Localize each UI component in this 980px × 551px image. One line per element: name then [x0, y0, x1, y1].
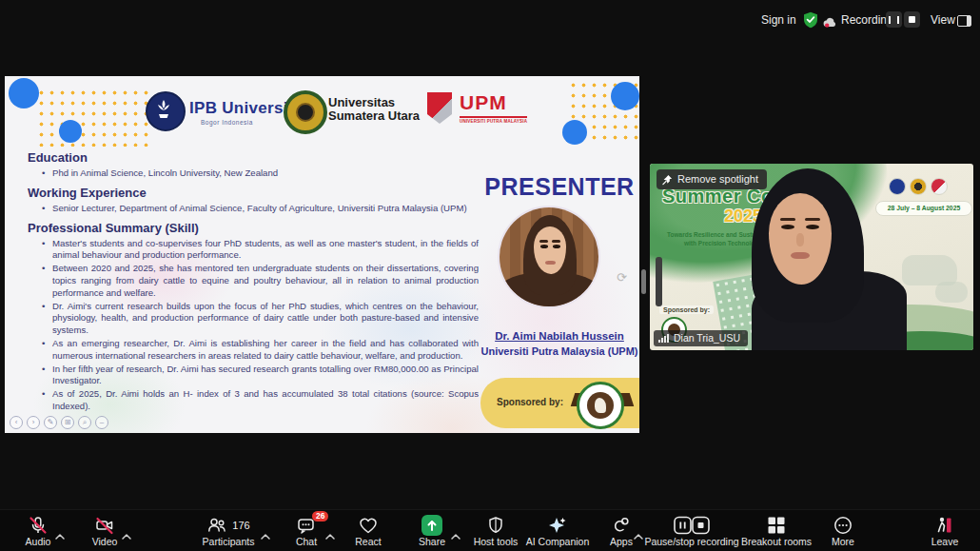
remove-spotlight-button[interactable]: Remove spotlight [657, 169, 767, 189]
usu-logo-name: UniversitasSumatera Utara [328, 96, 420, 123]
cow-watermark [935, 282, 968, 303]
shield-icon [486, 515, 505, 536]
encryption-shield-icon[interactable] [803, 11, 818, 32]
education-list: Phd in Animal Science, Lincoln Universit… [28, 167, 479, 180]
stop-icon [909, 16, 915, 23]
leave-label: Leave [931, 536, 959, 547]
presenter-affiliation: Universiti Putra Malaysia (UPM) [469, 345, 639, 357]
participants-count: 176 [232, 520, 249, 531]
heart-icon [358, 515, 379, 536]
working-experience-list: Senior Lecturer, Department of Animal Sc… [28, 203, 479, 215]
section-heading-working-experience: Working Experience [28, 186, 479, 200]
participants-label: Participants [203, 536, 255, 547]
cloud-recording-icon [823, 14, 837, 31]
mic-muted-icon [28, 515, 49, 536]
busy-cursor-icon: ⟳ [617, 270, 627, 285]
usu-line2: Sumatera Utara [328, 108, 420, 123]
stop-recording-button[interactable] [904, 11, 920, 28]
slide-zoom-button[interactable]: ⌕ [78, 416, 91, 429]
usu-line1: Universitas [328, 95, 395, 109]
upm-small-logo-icon [931, 178, 948, 195]
blue-circle-decoration [562, 120, 587, 145]
presenter-title: PRESENTER [479, 173, 639, 201]
bullet: As an emerging researcher, Dr. Aimi is e… [52, 338, 479, 363]
share-label: Share [419, 536, 445, 547]
upm-logo-name: UPM [460, 91, 507, 114]
leave-button[interactable]: Leave [897, 510, 980, 551]
apps-label: Apps [610, 536, 633, 547]
pause-icon [889, 16, 899, 24]
view-button[interactable]: View [931, 13, 955, 27]
participant-name: Dian Tria_USU [674, 332, 740, 344]
blue-circle-decoration [9, 78, 39, 108]
ipb-logo-icon [146, 91, 186, 131]
upm-logo-icon [427, 92, 452, 124]
sponsor-goat-logo-icon [577, 382, 624, 429]
ipb-logo-subtitle: Bogor Indonesia [201, 119, 253, 126]
bullet: As of 2025, Dr. Aimi holds an H- index o… [52, 388, 479, 413]
bullet: In her fifth year of research, Dr. Aimi … [52, 364, 479, 388]
blue-circle-decoration [611, 82, 639, 110]
slide-more-button[interactable]: – [95, 416, 108, 429]
leave-icon [934, 515, 955, 536]
chat-label: Chat [296, 536, 317, 547]
bullet: Between 2020 and 2025, she has mentored … [52, 263, 479, 299]
sponsored-by-box: Sponsored by: [480, 378, 639, 428]
presenter-photo [500, 207, 598, 306]
usu-logo-icon [284, 90, 327, 134]
participant-video-tile: Summer Cour 2025 Towards Resilience and … [650, 164, 973, 350]
audio-label: Audio [26, 536, 51, 547]
presenter-name: Dr. Aimi Nabilah Hussein [469, 330, 639, 342]
pause-stop-recording-icon [674, 515, 710, 536]
professional-summary-list: Master's students and co-supervises four… [28, 238, 479, 413]
sponsored-by-label: Sponsored by: [497, 397, 563, 407]
slide-next-button[interactable]: › [27, 416, 40, 429]
participants-icon [206, 516, 227, 535]
section-heading-professional-summary: Professional Summary (Skill) [28, 221, 479, 235]
view-layout-icon[interactable] [957, 15, 971, 27]
sign-in-button[interactable]: Sign in [761, 13, 796, 27]
participant-name-tag: Dian Tria_USU [654, 330, 748, 346]
bullet: Senior Lecturer, Department of Animal Sc… [52, 203, 479, 215]
shared-screen-slide: IPB University Bogor Indonesia Universit… [5, 76, 639, 433]
video-panel-scrollbar[interactable] [656, 257, 662, 306]
share-screen-icon [421, 515, 442, 536]
dot-grid-decoration [36, 88, 153, 147]
ai-sparkle-icon [547, 515, 568, 536]
meeting-toolbar: Audio Video 176 Participants Chat 26 [0, 509, 980, 551]
zoom-meeting-window: Sign in Recording... View IPB University… [0, 0, 980, 551]
video-bg-sponsored-label: Sponsored by: [659, 305, 714, 314]
participant-person [702, 168, 907, 350]
bullet: Dr. Aimi's current research builds upon … [52, 301, 479, 337]
video-label: Video [92, 536, 118, 547]
blue-circle-decoration [59, 120, 82, 143]
slide-prev-button[interactable]: ‹ [10, 416, 23, 429]
more-button[interactable]: More [795, 510, 891, 551]
panel-resize-handle[interactable] [641, 269, 646, 294]
upm-logo-subtitle: UNIVERSITI PUTRA MALAYSIA [460, 116, 527, 124]
slide-draw-button[interactable]: ✎ [44, 416, 57, 429]
video-options-chevron[interactable] [122, 526, 131, 543]
slide-text-column: Education Phd in Animal Science, Lincoln… [28, 150, 479, 414]
react-label: React [355, 536, 381, 547]
presentation-controls: ‹ › ✎ ⊞ ⌕ – [10, 416, 108, 429]
camera-muted-icon [94, 515, 115, 536]
slide-grid-button[interactable]: ⊞ [61, 416, 74, 429]
pause-stop-recording-label: Pause/stop recording [644, 536, 738, 547]
more-label: More [832, 536, 854, 547]
apps-icon [611, 515, 632, 536]
bullet: Phd in Animal Science, Lincoln Universit… [52, 167, 479, 180]
section-heading-education: Education [28, 150, 479, 165]
bullet: Master's students and co-supervises four… [52, 238, 479, 263]
pause-recording-button[interactable] [886, 11, 902, 28]
pin-icon [662, 174, 673, 186]
usu-small-logo-icon [910, 178, 927, 195]
breakout-rooms-icon [767, 515, 786, 536]
signal-strength-icon [658, 334, 669, 343]
video-button[interactable]: Video [57, 510, 152, 551]
remove-spotlight-label: Remove spotlight [677, 173, 758, 185]
more-icon [833, 515, 853, 536]
presenter-photo-face [534, 226, 566, 274]
